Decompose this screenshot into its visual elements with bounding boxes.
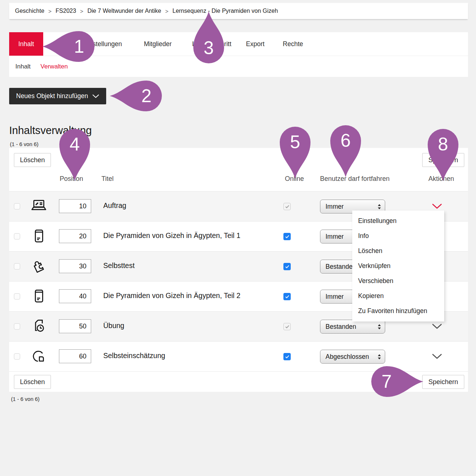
position-input[interactable] bbox=[59, 349, 91, 363]
row-select-checkbox[interactable] bbox=[14, 293, 20, 300]
tab-mitglieder[interactable]: Mitglieder bbox=[144, 32, 172, 56]
page-title: Inhaltsverwaltung bbox=[9, 124, 92, 137]
online-checkbox[interactable] bbox=[283, 293, 291, 300]
save-button-top[interactable]: Speichern bbox=[422, 153, 464, 167]
proceed-select-value: Immer bbox=[326, 203, 344, 211]
item-title-link[interactable]: Die Pyramiden von Gizeh in Ägypten, Teil… bbox=[103, 291, 241, 300]
menu-item-einstellungen[interactable]: Einstellungen bbox=[352, 213, 444, 228]
breadcrumb-separator: > bbox=[48, 8, 52, 14]
proceed-select-value: Bestanden bbox=[326, 263, 356, 271]
online-checkbox[interactable] bbox=[283, 263, 291, 270]
item-title-link[interactable]: Selbsttest bbox=[103, 261, 135, 270]
position-input[interactable] bbox=[59, 199, 91, 213]
file-clock-icon bbox=[30, 318, 47, 335]
breadcrumb-item-geschichte[interactable]: Geschichte bbox=[15, 8, 44, 14]
tab-inhalt[interactable]: Inhalt bbox=[9, 32, 43, 56]
tab-export[interactable]: Export bbox=[246, 32, 265, 56]
breadcrumb-item-weltwunder[interactable]: Die 7 Weltwunder der Antike bbox=[88, 8, 161, 14]
learning-module-icon bbox=[30, 288, 47, 305]
tab-lernfortschritt[interactable]: Lernfortschritt bbox=[192, 32, 231, 56]
position-input[interactable] bbox=[59, 319, 91, 333]
menu-item-info[interactable]: Info bbox=[352, 228, 444, 243]
menu-item-kopieren[interactable]: Kopieren bbox=[352, 289, 444, 304]
proceed-select-value: Abgeschlossen bbox=[326, 353, 369, 361]
select-arrows-icon bbox=[378, 354, 381, 360]
column-header-online: Online bbox=[285, 175, 304, 183]
add-object-label: Neues Objekt hinzufügen bbox=[16, 92, 88, 100]
select-arrows-icon bbox=[378, 204, 381, 210]
laptop-chart-icon bbox=[30, 198, 47, 215]
range-label-top: (1 - 6 von 6) bbox=[10, 141, 38, 147]
puzzle-icon bbox=[30, 258, 47, 275]
menu-item-loeschen[interactable]: Löschen bbox=[352, 243, 444, 259]
proceed-select-value: Immer bbox=[326, 233, 344, 241]
column-header-aktionen: Aktionen bbox=[428, 175, 454, 183]
chevron-down-icon bbox=[92, 94, 99, 98]
menu-item-verknuepfen[interactable]: Verknüpfen bbox=[352, 259, 444, 274]
actions-chevron-icon[interactable] bbox=[432, 204, 442, 209]
menu-item-zu-favoriten[interactable]: Zu Favoriten hinzufügen bbox=[352, 304, 444, 319]
actions-chevron-icon[interactable] bbox=[432, 324, 442, 329]
item-title-link[interactable]: Übung bbox=[103, 321, 124, 330]
proceed-select-value: Bestanden bbox=[326, 323, 356, 331]
online-checkbox[interactable] bbox=[283, 353, 291, 360]
delete-button-bottom[interactable]: Löschen bbox=[14, 375, 51, 389]
row-select-checkbox[interactable] bbox=[14, 353, 20, 360]
position-input[interactable] bbox=[59, 229, 91, 243]
tab-rechte[interactable]: Rechte bbox=[283, 32, 303, 56]
row-select-checkbox[interactable] bbox=[14, 203, 20, 209]
position-input[interactable] bbox=[59, 259, 91, 273]
menu-item-verschieben[interactable]: Verschieben bbox=[352, 274, 444, 289]
column-header-titel: Titel bbox=[101, 175, 114, 183]
table-row: Selbsteinschätzung Abgeschlossen bbox=[9, 341, 468, 372]
save-button-bottom[interactable]: Speichern bbox=[422, 375, 464, 389]
online-checkbox[interactable] bbox=[283, 323, 291, 330]
table-bottom-divider bbox=[9, 371, 468, 372]
column-header-benutzer-darf-fortfahren: Benutzer darf fortfahren bbox=[320, 175, 390, 183]
breadcrumb-item-fs2023[interactable]: FS2023 bbox=[56, 8, 76, 14]
tab-einstellungen[interactable]: Einstellungen bbox=[83, 32, 122, 56]
breadcrumb: Geschichte > FS2023 > Die 7 Weltwunder d… bbox=[9, 3, 468, 19]
proceed-select-value: Immer bbox=[326, 293, 344, 301]
proceed-select[interactable]: Abgeschlossen bbox=[320, 350, 385, 364]
online-checkbox[interactable] bbox=[283, 203, 291, 210]
select-arrows-icon bbox=[378, 324, 381, 330]
proceed-select[interactable]: Bestanden bbox=[320, 320, 385, 334]
row-select-checkbox[interactable] bbox=[14, 233, 20, 239]
column-header-position: Position bbox=[60, 175, 83, 183]
subtab-verwalten[interactable]: Verwalten bbox=[41, 63, 68, 70]
actions-dropdown-menu: Einstellungen Info Löschen Verknüpfen Ve… bbox=[352, 211, 444, 321]
item-title-link[interactable]: Auftrag bbox=[103, 201, 126, 210]
position-input[interactable] bbox=[59, 289, 91, 303]
svg-text:2: 2 bbox=[141, 86, 152, 106]
tab-bar: Inhalt Einstellungen Mitglieder Lernfort… bbox=[9, 32, 468, 56]
subtab-inhalt[interactable]: Inhalt bbox=[15, 63, 31, 70]
subtab-bar: Inhalt Verwalten bbox=[9, 56, 468, 77]
pie-segment-icon bbox=[30, 348, 47, 365]
row-select-checkbox[interactable] bbox=[14, 323, 20, 330]
online-checkbox[interactable] bbox=[283, 233, 291, 240]
page: Geschichte > FS2023 > Die 7 Weltwunder d… bbox=[0, 0, 476, 476]
range-label-bottom: (1 - 6 von 6) bbox=[11, 396, 40, 402]
breadcrumb-separator: > bbox=[165, 8, 168, 14]
item-title-link[interactable]: Die Pyramiden von Gizeh in Ägypten, Teil… bbox=[103, 231, 241, 240]
row-select-checkbox[interactable] bbox=[14, 263, 20, 269]
breadcrumb-separator: > bbox=[80, 8, 83, 14]
item-title-link[interactable]: Selbsteinschätzung bbox=[103, 352, 165, 360]
add-object-button[interactable]: Neues Objekt hinzufügen bbox=[9, 88, 106, 104]
learning-module-icon bbox=[30, 228, 47, 245]
breadcrumb-item-lernsequenz[interactable]: Lernsequenz - Die Pyramiden von Gizeh bbox=[172, 8, 278, 14]
delete-button-top[interactable]: Löschen bbox=[14, 153, 51, 167]
actions-chevron-icon[interactable] bbox=[432, 354, 442, 359]
